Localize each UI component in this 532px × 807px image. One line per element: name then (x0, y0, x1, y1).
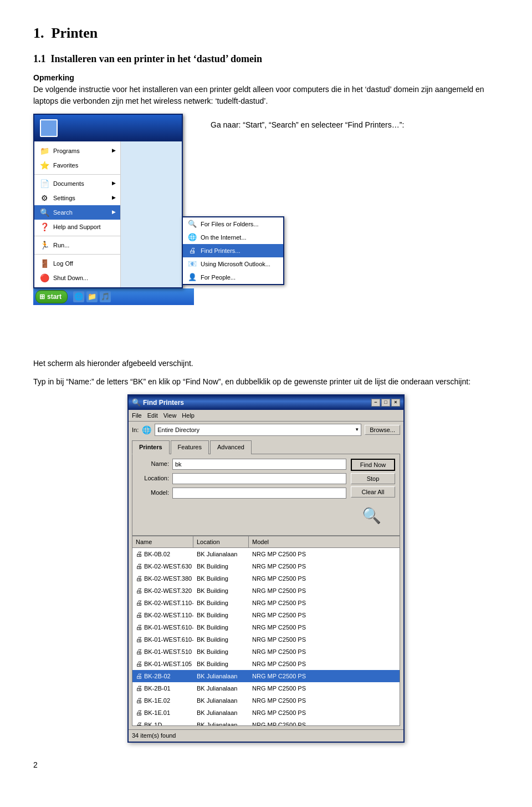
submenu-internet[interactable]: 🌐 On the Internet... (183, 231, 283, 244)
table-row[interactable]: 🖨 BK-02-WEST.110-1 BK Building NRG MP C2… (132, 609, 400, 621)
menu-item-documents[interactable]: 📄 Documents ▶ (34, 176, 120, 191)
tab-advanced[interactable]: Advanced (210, 440, 252, 454)
table-row[interactable]: 🖨 BK-01-WEST.105 BK Building NRG MP C250… (132, 658, 400, 670)
people-label: For People... (201, 273, 236, 282)
submenu-files-folders[interactable]: 🔍 For Files or Folders... (183, 217, 283, 231)
table-row[interactable]: 🖨 BK-1E.01 BK Julianalaan NRG MP C2500 P… (132, 707, 400, 719)
table-row[interactable]: 🖨 BK-02-WEST.380 BK Building NRG MP C250… (132, 572, 400, 585)
page-number-text: 2 (33, 760, 38, 769)
submenu-find-printers[interactable]: 🖨 Find Printers... (183, 244, 283, 257)
page-number: 2 (33, 759, 499, 771)
menu-item-help[interactable]: ❓ Help and Support (34, 220, 120, 234)
menu-view[interactable]: View (163, 411, 177, 420)
settings-arrow: ▶ (112, 194, 116, 202)
cell-name: 🖨 BK-1D (132, 719, 193, 725)
shutdown-label: Shut Down... (53, 273, 88, 283)
in-select[interactable]: Entire Directory (155, 424, 361, 436)
cell-name: 🖨 BK-02-WEST.320 (132, 585, 193, 596)
taskbar-ie-icon[interactable]: 🌐 (73, 291, 84, 302)
para1: Het scherm als hieronder afgebeeld versc… (33, 358, 499, 369)
menu-item-search[interactable]: 🔍 Search ▶ (34, 205, 120, 220)
taskbar-explorer-icon[interactable]: 📁 (86, 291, 98, 302)
table-row[interactable]: 🖨 BK-1D BK Julianalaan NRG MP C2500 PS (132, 719, 400, 725)
cell-location: BK Building (193, 610, 249, 621)
menu-item-logoff[interactable]: 🚪 Log Off (34, 256, 120, 271)
chapter-title: 1. Printen (33, 22, 499, 44)
location-input[interactable] (172, 473, 346, 484)
printer-row-icon: 🖨 (136, 622, 142, 632)
menu-item-settings[interactable]: ⚙ Settings ▶ (34, 191, 120, 205)
cell-location: BK Building (193, 647, 249, 657)
xp-taskbar: ⊞ start 🌐 📁 🎵 (33, 288, 194, 305)
table-row[interactable]: 🖨 BK-2B-01 BK Julianalaan NRG MP C2500 P… (132, 682, 400, 694)
submenu-outlook[interactable]: 📧 Using Microsoft Outlook... (183, 257, 283, 271)
col-header-name[interactable]: Name (132, 536, 193, 548)
cell-model: NRG MP C2500 PS (249, 720, 400, 725)
table-row[interactable]: 🖨 BK-1E.02 BK Julianalaan NRG MP C2500 P… (132, 694, 400, 707)
cell-model: NRG MP C2500 PS (249, 635, 400, 645)
table-row[interactable]: 🖨 BK-01-WEST.610-1 BK Building NRG MP C2… (132, 633, 400, 646)
stop-button[interactable]: Stop (351, 473, 395, 484)
menu-edit[interactable]: Edit (147, 411, 158, 420)
logoff-icon: 🚪 (39, 258, 50, 269)
dialog-tabs: Printers Features Advanced (129, 440, 403, 454)
printer-row-icon: 🖨 (136, 683, 142, 693)
internet-label: On the Internet... (201, 233, 247, 242)
find-now-button[interactable]: Find Now (351, 459, 395, 471)
table-row[interactable]: 🖨 BK-2B-02 BK Julianalaan NRG MP C2500 P… (132, 670, 400, 682)
tab-printers[interactable]: Printers (132, 440, 170, 454)
maximize-button[interactable]: □ (381, 399, 390, 407)
start-button[interactable]: ⊞ start (35, 290, 68, 303)
intro-text: De volgende instructie voor het installe… (33, 85, 484, 105)
cell-model: NRG MP C2500 PS (249, 573, 400, 584)
table-row[interactable]: 🖨 BK-0B.02 BK Julianalaan NRG MP C2500 P… (132, 548, 400, 560)
minimize-button[interactable]: − (371, 399, 380, 407)
cell-location: BK Julianalaan (193, 671, 249, 682)
col-header-location[interactable]: Location (193, 536, 249, 548)
menu-item-favorites[interactable]: ⭐ Favorites (34, 158, 120, 172)
cell-name: 🖨 BK-01-WEST.610-1 (132, 634, 193, 645)
printer-row-icon: 🖨 (136, 696, 142, 706)
submenu-people[interactable]: 👤 For People... (183, 271, 283, 284)
help-icon: ❓ (39, 221, 50, 232)
menu-item-programs[interactable]: 📁 Programs ▶ (34, 144, 120, 158)
name-input[interactable] (172, 459, 346, 470)
xp-menu-header (34, 115, 182, 141)
cell-model: NRG MP C2500 PS (249, 598, 400, 608)
close-button[interactable]: × (391, 399, 400, 407)
table-row[interactable]: 🖨 BK-01-WEST.510 BK Building NRG MP C250… (132, 646, 400, 658)
dialog-body: Name: Location: Model: Find Now Stop Cle… (132, 454, 400, 536)
field-row-model: Model: (137, 488, 346, 499)
table-row[interactable]: 🖨 BK-02-WEST.630 BK Building NRG MP C250… (132, 560, 400, 572)
col-header-model[interactable]: Model (249, 536, 400, 548)
browse-button[interactable]: Browse... (365, 425, 400, 435)
table-row[interactable]: 🖨 BK-01-WEST.610-2 BK Building NRG MP C2… (132, 621, 400, 633)
taskbar-media-icon[interactable]: 🎵 (100, 291, 111, 302)
cell-location: BK Building (193, 561, 249, 572)
printer-row-icon: 🖨 (136, 586, 142, 596)
printer-row-icon: 🖨 (136, 635, 142, 644)
cell-location: BK Building (193, 598, 249, 608)
cell-location: BK Building (193, 573, 249, 584)
dialog-buttons-area: Find Now Stop Clear All 🔍 (351, 459, 395, 531)
menu-file[interactable]: File (132, 411, 142, 420)
menu-help[interactable]: Help (182, 411, 195, 420)
name-label: Name: (137, 459, 169, 469)
results-panel: Name Location Model 🖨 BK-0B.02 BK Julian… (132, 536, 400, 727)
taskbar-icons: 🌐 📁 🎵 (73, 291, 111, 302)
user-avatar (40, 119, 58, 137)
cell-location: BK Julianalaan (193, 720, 249, 725)
dialog-in-row: In: 🌐 Entire Directory Browse... (129, 422, 403, 438)
documents-label: Documents (53, 179, 84, 189)
logoff-label: Log Off (53, 259, 73, 268)
model-input[interactable] (172, 488, 346, 499)
tab-features[interactable]: Features (171, 440, 209, 454)
cell-location: BK Building (193, 586, 249, 596)
table-row[interactable]: 🖨 BK-02-WEST.110-2 BK Building NRG MP C2… (132, 597, 400, 609)
printer-row-icon: 🖨 (136, 573, 142, 583)
menu-item-run[interactable]: 🏃 Run... (34, 238, 120, 252)
table-row[interactable]: 🖨 BK-02-WEST.320 BK Building NRG MP C250… (132, 585, 400, 597)
cell-location: BK Julianalaan (193, 708, 249, 718)
menu-item-shutdown[interactable]: 🔴 Shut Down... (34, 271, 120, 285)
clear-all-button[interactable]: Clear All (351, 486, 395, 498)
